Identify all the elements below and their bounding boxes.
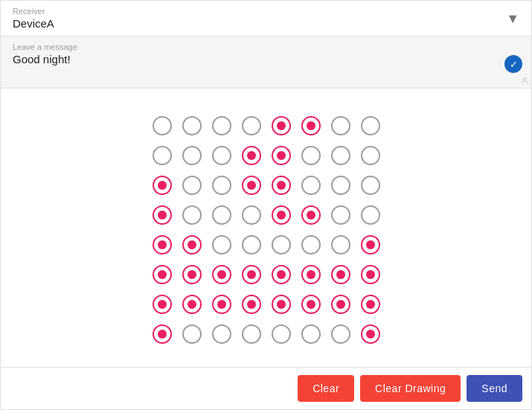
dot-cell[interactable] [356,141,385,170]
dot-cell[interactable] [266,170,296,200]
dot-cell[interactable] [296,170,326,200]
resize-handle-icon: ⇱ [522,77,528,85]
dot-inactive [212,116,231,135]
dot-inactive [331,235,350,254]
dot-cell[interactable] [177,141,207,170]
dot-cell[interactable] [177,230,207,260]
dot-cell[interactable] [207,230,237,260]
dot-active [242,265,261,284]
dot-active [212,265,231,284]
app-container: Receiver DeviceA ▼ Leave a message Good … [0,0,532,410]
dot-cell[interactable] [326,319,356,349]
dot-cell[interactable] [207,319,237,349]
dot-cell[interactable] [356,319,385,349]
dot-cell[interactable] [207,170,237,200]
dot-cell[interactable] [326,289,356,319]
dot-cell[interactable] [356,170,385,200]
dot-cell[interactable] [266,319,296,349]
dot-cell[interactable] [356,200,385,230]
dot-active [272,205,291,225]
dot-cell[interactable] [177,111,207,141]
dot-cell[interactable] [237,111,266,141]
dot-active [182,295,202,314]
receiver-value: DeviceA [13,17,519,30]
dot-cell[interactable] [296,111,326,141]
dot-cell[interactable] [237,170,266,200]
dot-cell[interactable] [266,260,296,289]
dot-cell[interactable] [147,111,177,141]
dot-cell[interactable] [207,260,237,289]
dot-cell[interactable] [237,260,266,289]
dot-cell[interactable] [296,230,326,260]
dot-cell[interactable] [296,200,326,230]
dot-cell[interactable] [237,141,266,170]
dot-cell[interactable] [356,289,385,319]
dot-cell[interactable] [296,141,326,170]
dot-cell[interactable] [326,141,356,170]
dot-cell[interactable] [147,230,177,260]
dot-cell[interactable] [237,319,266,349]
dot-cell[interactable] [147,260,177,289]
dot-inactive [361,146,380,165]
dot-cell[interactable] [326,200,356,230]
dot-cell[interactable] [177,289,207,319]
dot-cell[interactable] [147,141,177,170]
dot-cell[interactable] [266,289,296,319]
check-icon[interactable]: ✓ [504,55,522,73]
dot-inactive [301,176,321,195]
dot-inactive [301,146,321,165]
dot-cell[interactable] [326,170,356,200]
send-button[interactable]: Send [467,375,522,402]
dot-inactive [272,235,291,254]
dot-cell[interactable] [147,200,177,230]
dot-cell[interactable] [326,111,356,141]
dot-cell[interactable] [266,200,296,230]
dot-inactive [212,324,231,344]
dot-active [272,116,291,135]
dot-grid[interactable] [147,111,385,349]
dot-cell[interactable] [147,319,177,349]
dot-active [153,324,172,344]
dot-cell[interactable] [326,230,356,260]
dot-cell[interactable] [326,260,356,289]
dot-inactive [272,324,291,344]
dot-inactive [301,324,321,344]
dot-cell[interactable] [207,200,237,230]
dot-inactive [331,146,350,165]
dot-cell[interactable] [177,319,207,349]
dot-inactive [331,205,350,225]
dot-cell[interactable] [207,111,237,141]
dot-cell[interactable] [296,289,326,319]
dot-cell[interactable] [356,111,385,141]
clear-drawing-button[interactable]: Clear Drawing [360,375,461,402]
dot-active [331,295,350,314]
dot-cell[interactable] [147,289,177,319]
dot-cell[interactable] [237,289,266,319]
dot-active [242,295,261,314]
dot-cell[interactable] [237,230,266,260]
dot-active [212,295,231,314]
dot-cell[interactable] [207,141,237,170]
dot-cell[interactable] [147,170,177,200]
dot-cell[interactable] [296,319,326,349]
chevron-down-icon[interactable]: ▼ [506,10,519,26]
dot-cell[interactable] [177,200,207,230]
dot-cell[interactable] [356,230,385,260]
message-section: Leave a message Good night! ✓ ⇱ [1,36,531,89]
dot-active [153,235,172,254]
dot-cell[interactable] [356,260,385,289]
dot-cell[interactable] [266,230,296,260]
dot-cell[interactable] [296,260,326,289]
dot-cell[interactable] [207,289,237,319]
dot-active [272,265,291,284]
dot-active [361,324,380,344]
dot-inactive [242,116,261,135]
dot-cell[interactable] [237,200,266,230]
bottom-bar: Clear Clear Drawing Send [1,367,531,409]
dot-cell[interactable] [266,111,296,141]
dot-cell[interactable] [177,260,207,289]
dot-active [361,235,380,254]
dot-cell[interactable] [177,170,207,200]
clear-button[interactable]: Clear [298,375,354,402]
dot-cell[interactable] [266,141,296,170]
